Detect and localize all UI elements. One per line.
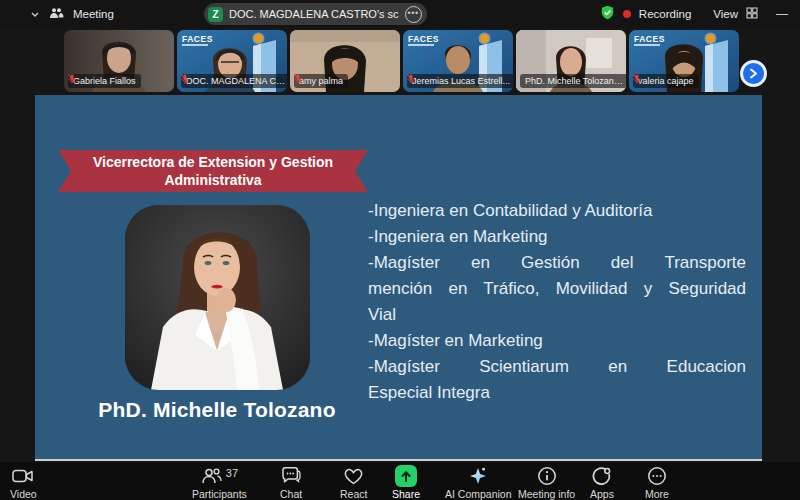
participant-tile[interactable]: FACES DOC. MAGDALENA CAS... <box>177 30 287 92</box>
muted-mic-icon <box>181 74 189 84</box>
shared-screen-slide: Vicerrectora de Extension y Gestion Admi… <box>35 95 762 461</box>
security-shield-icon[interactable] <box>600 5 615 24</box>
recording-label: Recording <box>639 8 691 20</box>
university-logo-icon <box>706 34 715 43</box>
top-bar: Meeting Z DOC. MAGDALENA CASTRO's sc •••… <box>0 0 800 28</box>
faces-logo-subtext <box>408 44 434 46</box>
faces-logo-subtext <box>182 44 208 46</box>
video-camera-icon <box>12 465 34 487</box>
participant-tile[interactable]: FACES valeria cajape <box>629 30 739 92</box>
participants-icon: 37 <box>201 465 238 487</box>
muted-mic-icon <box>407 74 415 84</box>
shared-screen-title: DOC. MAGDALENA CASTRO's sc <box>229 8 399 20</box>
qualification-line: -Magíster Scientiarum en Educacion <box>368 354 746 380</box>
participants-count: 37 <box>226 467 238 479</box>
share-button[interactable]: Share <box>392 465 420 500</box>
university-logo-icon <box>480 34 489 43</box>
speaker-name: PhD. Michelle Tolozano <box>77 398 357 422</box>
participant-name-label: Gabriela Fiallos <box>68 74 141 88</box>
participant-filmstrip: Gabriela Fiallos FACES DOC. MAGDALENA <box>64 30 739 92</box>
participant-name-label: Jeremias Lucas Estrell... <box>407 74 513 88</box>
shared-screen-tab[interactable]: Z DOC. MAGDALENA CASTRO's sc ••• <box>204 3 427 25</box>
participant-tile[interactable]: FACES Jeremias Lucas Estrell... <box>403 30 513 92</box>
qualification-line: Vial <box>368 302 746 328</box>
meeting-label: Meeting <box>73 8 114 20</box>
view-button[interactable]: View <box>713 8 738 20</box>
qualification-line: -Magíster en Marketing <box>368 328 746 354</box>
qualification-line: Especial Integra <box>368 380 746 406</box>
participant-name-label: PhD. Michelle Tolozano L. <box>520 74 626 88</box>
meeting-toolbar: Video 37 Participants Chat <box>0 462 800 500</box>
qualification-line: -Ingeniera en Marketing <box>368 224 746 250</box>
ai-companion-button[interactable]: AI Companion <box>445 465 512 500</box>
chevron-right-icon <box>749 68 758 79</box>
zoom-app-icon: Z <box>208 7 223 22</box>
participant-tile[interactable]: amy palma <box>290 30 400 92</box>
qualification-line: -Magíster en Gestión del Transporte <box>368 250 746 276</box>
university-logo-icon <box>254 34 263 43</box>
faces-logo-subtext <box>634 44 660 46</box>
meeting-info-button[interactable]: Meeting info <box>518 465 575 500</box>
speaker-photo <box>125 205 310 390</box>
ribbon-title-line2: Administrativa <box>164 171 261 189</box>
next-participants-button[interactable] <box>740 60 767 87</box>
muted-mic-icon <box>294 74 302 84</box>
participant-tile[interactable]: Gabriela Fiallos <box>64 30 174 92</box>
title-ribbon: Vicerrectora de Extension y Gestion Admi… <box>58 150 368 192</box>
chevron-down-icon[interactable] <box>30 5 40 23</box>
more-button[interactable]: More <box>645 465 669 500</box>
more-ellipsis-icon <box>647 465 667 487</box>
participant-name-label: valeria cajape <box>633 74 699 88</box>
view-grid-icon[interactable] <box>746 5 758 23</box>
react-button[interactable]: React <box>340 465 367 500</box>
participant-name-label: DOC. MAGDALENA CAS... <box>181 74 287 88</box>
qualifications-list: -Ingeniera en Contabilidad y Auditoría -… <box>368 198 746 406</box>
share-screen-icon <box>395 465 417 487</box>
info-icon <box>537 465 557 487</box>
video-button[interactable]: Video <box>10 465 37 500</box>
qualification-line: mención en Tráfico, Movilidad y Segurida… <box>368 276 746 302</box>
faces-logo: FACES <box>182 34 213 44</box>
qualification-line: -Ingeniera en Contabilidad y Auditoría <box>368 198 746 224</box>
apps-button[interactable]: Apps <box>590 465 614 500</box>
muted-mic-icon <box>633 74 641 84</box>
recording-dot-icon <box>623 10 631 18</box>
chat-button[interactable]: Chat <box>280 465 302 500</box>
chat-bubble-icon <box>280 465 302 487</box>
minimize-button[interactable]: — <box>776 7 788 21</box>
faces-logo: FACES <box>634 34 665 44</box>
participant-name-label: amy palma <box>294 74 348 88</box>
ai-companion-sparkle-icon <box>467 465 489 487</box>
participants-button[interactable]: 37 Participants <box>192 465 247 500</box>
tab-more-options-icon[interactable]: ••• <box>405 6 422 23</box>
muted-mic-icon <box>68 74 76 84</box>
faces-logo: FACES <box>408 34 439 44</box>
ribbon-title-line1: Vicerrectora de Extension y Gestion <box>93 153 333 171</box>
participant-tile-active-speaker[interactable]: PhD. Michelle Tolozano L. <box>516 30 626 92</box>
apps-icon <box>591 465 612 487</box>
heart-icon <box>343 465 364 487</box>
meeting-people-icon <box>49 5 64 23</box>
